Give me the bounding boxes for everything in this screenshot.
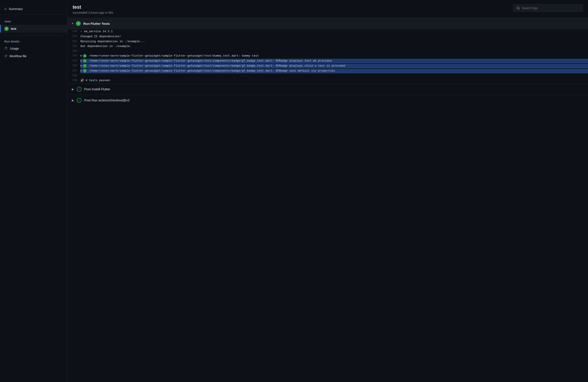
line-number: 147 xyxy=(67,69,81,73)
run-flutter-tests-section: ▾ ✓ Run Flutter Tests 139 – vm_service 1… xyxy=(67,18,588,83)
flutter-tests-status-icon: ✓ xyxy=(76,21,81,26)
search-input[interactable] xyxy=(522,6,580,10)
post-install-flutter-section[interactable]: ▶ ✓ Post Install Flutter xyxy=(67,84,588,95)
log-lines-container: 139 – vm_service 14.3.1 140 Changed 22 d… xyxy=(67,29,588,83)
line-content: ▶✓ /home/runner/work/sample-flutter-getw… xyxy=(81,54,588,58)
sidebar-item-workflow-file[interactable]: ↺ Workflow file xyxy=(0,52,67,60)
page-title: test xyxy=(73,4,113,10)
log-line[interactable]: 146 ▶✓ /home/runner/work/sample-flutter-… xyxy=(67,64,588,68)
toggle-icon[interactable]: ▶ xyxy=(81,54,82,57)
check-icon: ✓ xyxy=(83,69,86,72)
log-line[interactable]: 145 ▶✓ /home/runner/work/sample-flutter-… xyxy=(67,59,588,64)
line-number: 142 xyxy=(67,44,81,48)
check-icon: ✓ xyxy=(83,59,86,63)
line-content: – vm_service 14.3.1 xyxy=(81,29,588,34)
workflow-file-label: Workflow file xyxy=(9,54,26,58)
chevron-down-icon: ▾ xyxy=(72,22,73,25)
sidebar-item-usage[interactable]: ⏱ Usage xyxy=(0,45,67,52)
log-line: 149 🎉 4 tests passed. xyxy=(67,78,588,83)
run-details-label: Run details xyxy=(0,39,67,45)
log-line: 141 Resolving dependencies in ./example.… xyxy=(67,39,588,44)
toggle-icon[interactable]: ▶ xyxy=(81,59,82,63)
post-checkout-label: Post Run actions/checkout@v2 xyxy=(84,98,130,102)
log-line[interactable]: 144 ▶✓ /home/runner/work/sample-flutter-… xyxy=(67,54,588,59)
line-content: 🎉 4 tests passed. xyxy=(81,78,588,83)
jobs-section-label: Jobs xyxy=(0,19,67,25)
sidebar: ⌂ Summary Jobs ✓ test Run details ⏱ Usag… xyxy=(0,0,67,382)
line-number: 148 xyxy=(67,74,81,78)
header-title-group: test succeeded 3 hours ago in 56s xyxy=(73,4,113,14)
check-icon: ✓ xyxy=(83,64,86,68)
line-number: 141 xyxy=(67,39,81,43)
jobs-section: Jobs ✓ test xyxy=(0,19,67,33)
usage-label: Usage xyxy=(10,47,19,50)
line-number: 144 xyxy=(67,54,81,58)
file-icon: ↺ xyxy=(4,54,7,58)
home-icon: ⌂ xyxy=(4,6,6,11)
check-icon: ✓ xyxy=(83,54,86,58)
post-install-label: Post Install Flutter xyxy=(84,87,110,91)
page-subtitle: succeeded 3 hours ago in 56s xyxy=(73,11,113,14)
post-checkout-section[interactable]: ▶ ✓ Post Run actions/checkout@v2 xyxy=(67,95,588,106)
search-icon xyxy=(516,6,520,10)
line-content: ▶✓ /home/runner/work/sample-flutter-getw… xyxy=(81,59,588,63)
search-logs-container[interactable] xyxy=(513,4,583,12)
run-details-section: Run details ⏱ Usage ↺ Workflow file xyxy=(0,39,67,60)
line-number: 140 xyxy=(67,34,81,39)
clock-icon: ⏱ xyxy=(4,46,8,50)
line-number: 146 xyxy=(67,64,81,68)
sidebar-item-test[interactable]: ✓ test xyxy=(0,25,67,33)
log-line: 148 xyxy=(67,74,588,78)
line-content: Resolving dependencies in ./example... xyxy=(81,39,588,44)
line-number: 143 xyxy=(67,49,81,53)
line-number: 145 xyxy=(67,59,81,63)
toggle-icon[interactable]: ▶ xyxy=(81,69,82,72)
sidebar-item-summary[interactable]: ⌂ Summary xyxy=(0,4,67,15)
line-number: 149 xyxy=(67,78,81,83)
log-line[interactable]: 147 ▶✓ /home/runner/work/sample-flutter-… xyxy=(67,68,588,74)
line-content: Changed 22 dependencies! xyxy=(81,34,588,39)
run-flutter-tests-header[interactable]: ▾ ✓ Run Flutter Tests xyxy=(67,18,588,29)
sidebar-divider xyxy=(4,35,63,36)
post-checkout-status-icon: ✓ xyxy=(77,98,82,103)
summary-label: Summary xyxy=(9,7,23,11)
flutter-tests-label: Run Flutter Tests xyxy=(83,22,110,25)
post-install-status-icon: ✓ xyxy=(77,87,82,92)
log-line: 139 – vm_service 14.3.1 xyxy=(67,29,588,34)
line-content: Got dependencies in ./example. xyxy=(81,44,588,49)
toggle-icon[interactable]: ▶ xyxy=(81,64,82,67)
test-status-icon: ✓ xyxy=(4,26,9,31)
main-content: test succeeded 3 hours ago in 56s ▾ ✓ Ru… xyxy=(67,0,588,382)
line-content: ▶✓ /home/runner/work/sample-flutter-getw… xyxy=(81,64,588,68)
log-line: 142 Got dependencies in ./example. xyxy=(67,44,588,49)
test-job-label: test xyxy=(11,27,16,30)
chevron-right-icon: ▶ xyxy=(72,99,74,102)
log-area: ▾ ✓ Run Flutter Tests 139 – vm_service 1… xyxy=(67,18,588,382)
main-header: test succeeded 3 hours ago in 56s xyxy=(67,0,588,18)
chevron-right-icon: ▶ xyxy=(72,87,74,91)
log-line: 143 xyxy=(67,49,588,54)
line-content: ▶✓ /home/runner/work/sample-flutter-getw… xyxy=(81,69,588,73)
line-number: 139 xyxy=(67,29,81,34)
log-line: 140 Changed 22 dependencies! xyxy=(67,34,588,39)
